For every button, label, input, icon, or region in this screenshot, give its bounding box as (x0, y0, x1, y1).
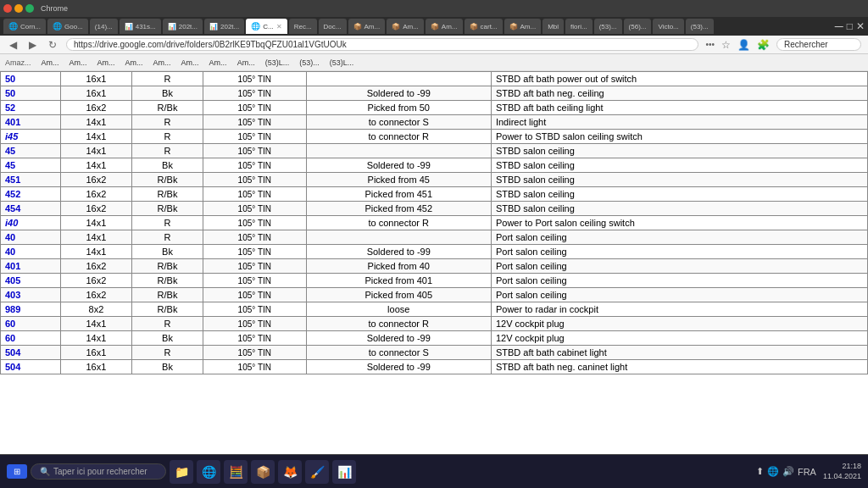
type: 105° TIN (203, 230, 307, 245)
table-row: 45 14x1 Bk 105° TIN Soldered to -99 STBD… (1, 158, 868, 173)
start-button[interactable]: ⊞ (7, 464, 27, 479)
tray-up-arrow[interactable]: ⬆ (756, 466, 764, 477)
tray-network[interactable]: 🌐 (767, 466, 779, 477)
search-input[interactable]: Rechercher (776, 38, 861, 51)
account-icon[interactable]: 👤 (737, 39, 750, 51)
table-row: 50 16x1 Bk 105° TIN Soldered to -99 STBD… (1, 86, 868, 101)
wire-number: 45 (1, 144, 61, 158)
taskbar-right: ⬆ 🌐 🔊 FRA 21:18 11.04.2021 (756, 462, 861, 481)
table-row: 60 14x1 R 105° TIN to connector R 12V co… (1, 317, 868, 331)
tab-cart[interactable]: 📦cart... (465, 19, 503, 34)
description: STBD aft bath neg. caninet light (491, 360, 867, 374)
table-row: 989 8x2 R/Bk 105° TIN loose Power to rad… (1, 302, 868, 317)
taskbar-dropbox[interactable]: 📦 (251, 460, 275, 484)
wire-number: 50 (1, 72, 61, 86)
tab-am3[interactable]: 📦Am... (426, 19, 463, 34)
clock[interactable]: 21:18 11.04.2021 (823, 462, 861, 481)
forward-btn[interactable]: ▶ (26, 39, 39, 51)
tab-mbl[interactable]: Mbl (542, 19, 564, 34)
color: Bk (131, 158, 203, 173)
tab-c-active[interactable]: 🌐C...✕ (246, 19, 287, 34)
menu-dots[interactable]: ••• (705, 40, 715, 49)
type: 105° TIN (203, 346, 307, 360)
tab-am1[interactable]: 📦Am... (348, 19, 386, 34)
tab-flori[interactable]: flori... (565, 19, 593, 34)
type: 105° TIN (203, 72, 307, 86)
tab-14[interactable]: (14)... (90, 19, 118, 34)
gauge: 14x1 (60, 216, 131, 230)
taskbar-search[interactable]: 🔍 Taper ici pour rechercher (31, 463, 166, 480)
gauge: 16x1 (60, 346, 131, 360)
tab-202t-1[interactable]: 📊202t... (163, 19, 203, 34)
taskbar-excel[interactable]: 📊 (332, 460, 356, 484)
gauge: 16x2 (60, 274, 131, 288)
bookmark-1[interactable]: Am... (38, 58, 63, 68)
table-row: 40 14x1 R 105° TIN Port salon ceiling (1, 230, 868, 245)
tab-am4[interactable]: 📦Am... (504, 19, 542, 34)
bookmark-53[interactable]: (53)... (296, 58, 323, 68)
color: R (131, 230, 203, 245)
taskbar-paint[interactable]: 🖌️ (305, 460, 329, 484)
tab-56[interactable]: (56)... (624, 19, 652, 34)
minimize-btn[interactable]: ─ (835, 19, 843, 33)
maximize-btn[interactable]: □ (847, 20, 853, 32)
tab-am2[interactable]: 📦Am... (387, 19, 424, 34)
url-input[interactable]: https://drive.google.com/drive/folders/0… (66, 38, 698, 51)
bookmark-3[interactable]: Am... (94, 58, 119, 68)
description: Port salon ceiling (491, 288, 867, 302)
table-row: i45 14x1 R 105° TIN to connector R Power… (1, 130, 868, 144)
refresh-btn[interactable]: ↻ (46, 39, 59, 51)
bookmark-7[interactable]: Am... (206, 58, 231, 68)
description: STBD salon ceiling (491, 144, 867, 158)
description: STBD aft bath neg. ceiling (491, 86, 867, 101)
type: 105° TIN (203, 259, 307, 274)
tab-431s[interactable]: 📊431s... (120, 19, 161, 34)
tab-corn[interactable]: 🌐Corn... (3, 19, 46, 34)
tab-53-1[interactable]: (53)... (594, 19, 622, 34)
color: R/Bk (131, 288, 203, 302)
from: Soldered to -99 (306, 245, 491, 259)
main-content: 50 16x1 R 105° TIN STBD aft bath power o… (0, 71, 868, 454)
tab-victo[interactable]: Victo... (653, 19, 683, 34)
bookmark-8[interactable]: Am... (234, 58, 259, 68)
bookmark-4[interactable]: Am... (122, 58, 147, 68)
tray-volume[interactable]: 🔊 (782, 466, 794, 477)
bookmark-star[interactable]: ☆ (721, 39, 731, 51)
bookmark-53l[interactable]: (53)L... (262, 58, 293, 68)
tab-doc[interactable]: Doc... (319, 19, 347, 34)
taskbar-edge[interactable]: 🌐 (197, 460, 220, 484)
tab-202t-2[interactable]: 📊202t... (204, 19, 244, 34)
description: STBD salon ceiling (491, 158, 867, 173)
from: Soldered to -99 (306, 331, 491, 346)
tab-bar[interactable]: 🌐Corn... 🌐Goo... (14)... 📊431s... 📊202t.… (0, 17, 868, 36)
bookmark-53l2[interactable]: (53)L... (326, 58, 358, 68)
from: to connector R (306, 317, 491, 331)
from: to connector R (306, 130, 491, 144)
wire-number: 452 (1, 187, 61, 202)
tab-rec[interactable]: Rec... (289, 19, 317, 34)
bookmark-6[interactable]: Am... (178, 58, 203, 68)
clock-time: 21:18 (823, 462, 861, 472)
ext-icon[interactable]: 🧩 (757, 39, 770, 51)
type: 105° TIN (203, 331, 307, 346)
tab-53-2[interactable]: (53)... (686, 19, 714, 34)
tab-goo[interactable]: 🌐Goo... (47, 19, 88, 34)
wiring-table: 50 16x1 R 105° TIN STBD aft bath power o… (0, 71, 868, 374)
close-btn[interactable]: ✕ (856, 20, 865, 32)
color: R (131, 130, 203, 144)
from (306, 144, 491, 158)
table-row: 52 16x2 R/Bk 105° TIN Picked from 50 STB… (1, 101, 868, 115)
taskbar-firefox[interactable]: 🦊 (278, 460, 302, 484)
description: Indirect light (491, 115, 867, 130)
bookmark-5[interactable]: Am... (150, 58, 175, 68)
back-btn[interactable]: ◀ (7, 39, 19, 51)
taskbar-explorer[interactable]: 📁 (170, 460, 193, 484)
from: to connector S (306, 115, 491, 130)
bookmark-2[interactable]: Am... (66, 58, 91, 68)
type: 105° TIN (203, 274, 307, 288)
table-container[interactable]: 50 16x1 R 105° TIN STBD aft bath power o… (0, 71, 868, 454)
wire-number: 40 (1, 245, 61, 259)
taskbar-calc[interactable]: 🧮 (224, 460, 248, 484)
from: Picked from 401 (306, 274, 491, 288)
type: 105° TIN (203, 245, 307, 259)
